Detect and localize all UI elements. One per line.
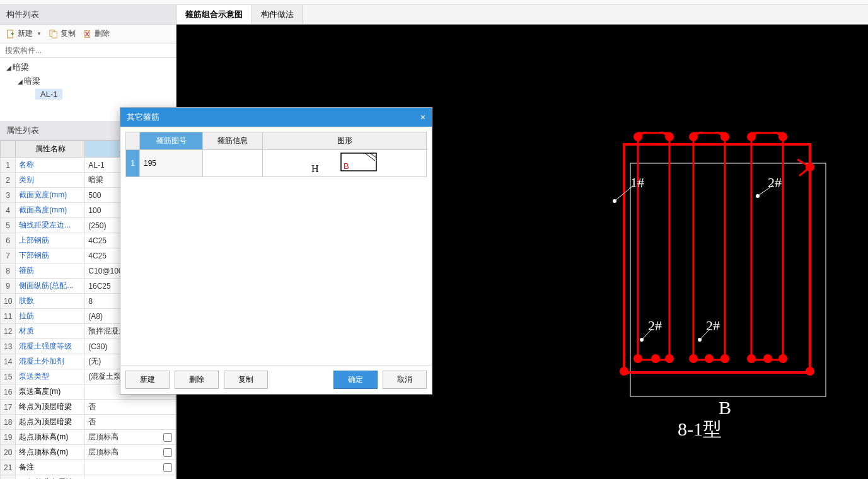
prop-row[interactable]: 22−钢筋业务属性	[1, 475, 176, 480]
svg-text:2#: 2#	[706, 318, 720, 333]
tree-root[interactable]: ◢暗梁	[3, 61, 173, 74]
prop-row[interactable]: 17终点为顶层暗梁否	[1, 400, 176, 415]
copy-icon	[49, 30, 58, 38]
svg-point-18	[665, 354, 674, 363]
dialog-cancel-button[interactable]: 取消	[383, 371, 427, 389]
dialog-ok-button[interactable]: 确定	[333, 371, 378, 389]
svg-point-23	[763, 354, 772, 363]
svg-point-26	[806, 367, 814, 376]
tab-component-method[interactable]: 构件做法	[252, 5, 303, 24]
prop-checkbox[interactable]	[163, 463, 172, 472]
svg-point-22	[747, 354, 756, 363]
shape-header[interactable]: 图形	[263, 132, 427, 150]
svg-point-20	[705, 354, 714, 363]
tree-child[interactable]: ◢暗梁	[3, 74, 173, 88]
dialog-copy-button[interactable]: 复制	[224, 371, 268, 389]
svg-point-19	[689, 354, 698, 363]
svg-text:2#: 2#	[768, 175, 782, 190]
new-icon	[6, 30, 15, 38]
row-number[interactable]: 1	[126, 150, 140, 177]
tab-stirrup-diagram[interactable]: 箍筋组合示意图	[176, 5, 252, 24]
prop-checkbox[interactable]	[163, 448, 172, 457]
svg-text:B: B	[344, 161, 349, 171]
other-stirrup-dialog: 其它箍筋 × 箍筋图号 箍筋信息 图形 1 195 H	[120, 107, 432, 395]
stirrup-info-cell[interactable]	[203, 150, 263, 177]
prop-row[interactable]: 18起点为顶层暗梁否	[1, 415, 176, 430]
svg-point-21	[720, 354, 729, 363]
dialog-new-button[interactable]: 新建	[125, 371, 170, 389]
svg-point-25	[620, 367, 628, 376]
components-panel-title: 构件列表	[0, 5, 176, 25]
dropdown-icon: ▼	[37, 31, 42, 37]
prop-name-header: 属性名称	[16, 141, 85, 158]
tree-leaf[interactable]: AL-1	[3, 88, 173, 100]
svg-text:8-1型: 8-1型	[678, 418, 722, 439]
shape-cell[interactable]: H B	[263, 150, 427, 177]
ribbon-placeholder	[0, 0, 868, 5]
prop-row[interactable]: 21备注	[1, 460, 176, 475]
delete-icon	[83, 30, 92, 38]
stirrup-info-header[interactable]: 箍筋信息	[203, 132, 263, 150]
stirrup-code-cell[interactable]: 195	[140, 150, 203, 177]
dialog-title-text: 其它箍筋	[127, 112, 159, 123]
svg-line-42	[365, 153, 375, 161]
svg-point-17	[651, 354, 660, 363]
prop-row[interactable]: 20终点顶标高(m)层顶标高	[1, 445, 176, 460]
close-icon[interactable]: ×	[420, 112, 425, 122]
dialog-delete-button[interactable]: 删除	[175, 371, 219, 389]
delete-button[interactable]: 删除	[83, 28, 110, 39]
svg-rect-8	[751, 133, 783, 360]
stirrup-code-header[interactable]: 箍筋图号	[140, 132, 203, 150]
svg-text:2#: 2#	[648, 318, 662, 333]
svg-text:B: B	[719, 397, 731, 418]
svg-point-16	[634, 354, 642, 363]
search-input[interactable]	[0, 43, 176, 58]
prop-row[interactable]: 19起点顶标高(m)层顶标高	[1, 430, 176, 445]
svg-text:1#: 1#	[630, 175, 644, 190]
svg-line-43	[370, 153, 376, 158]
prop-checkbox[interactable]	[163, 433, 172, 442]
svg-point-24	[778, 354, 787, 363]
svg-rect-2	[52, 32, 57, 38]
new-button[interactable]: 新建 ▼	[6, 28, 42, 39]
rebar-section-diagram: 1# 2# 2# 2# B 8-1型	[611, 132, 851, 459]
copy-button[interactable]: 复制	[49, 28, 76, 39]
